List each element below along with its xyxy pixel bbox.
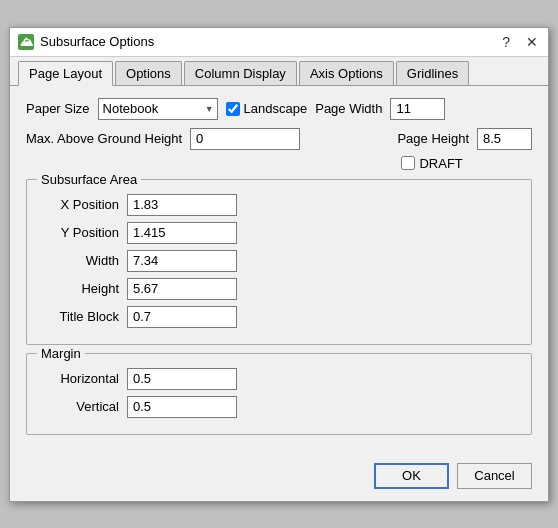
tab-column-display[interactable]: Column Display xyxy=(184,61,297,85)
title-bar-right: ? ✕ xyxy=(500,34,540,50)
height-input[interactable] xyxy=(127,278,237,300)
title-block-row: Title Block xyxy=(39,306,519,328)
height-label: Height xyxy=(39,281,119,296)
title-bar: ⛰ Subsurface Options ? ✕ xyxy=(10,28,548,57)
footer: OK Cancel xyxy=(10,455,548,501)
subsurface-area-group: Subsurface Area X Position Y Position Wi… xyxy=(26,179,532,345)
landscape-checkbox[interactable] xyxy=(226,102,240,116)
page-height-draft-area: Page Height DRAFT xyxy=(397,128,532,171)
app-icon: ⛰ xyxy=(18,34,34,50)
page-height-label: Page Height xyxy=(397,131,469,146)
draft-checkbox[interactable] xyxy=(401,156,415,170)
y-position-input[interactable] xyxy=(127,222,237,244)
help-button[interactable]: ? xyxy=(500,34,512,50)
subsurface-area-content: X Position Y Position Width Height Title xyxy=(39,194,519,328)
landscape-checkbox-label[interactable]: Landscape xyxy=(226,101,308,116)
vertical-row: Vertical xyxy=(39,396,519,418)
paper-size-label: Paper Size xyxy=(26,101,90,116)
paper-size-wrapper: Notebook xyxy=(98,98,218,120)
title-block-input[interactable] xyxy=(127,306,237,328)
margin-group: Margin Horizontal Vertical xyxy=(26,353,532,435)
cancel-button[interactable]: Cancel xyxy=(457,463,532,489)
subsurface-area-title: Subsurface Area xyxy=(37,172,141,187)
max-above-ground-input[interactable] xyxy=(190,128,300,150)
paper-size-row: Paper Size Notebook Landscape Page Width xyxy=(26,98,532,120)
vertical-input[interactable] xyxy=(127,396,237,418)
page-height-input[interactable] xyxy=(477,128,532,150)
height-row: Height xyxy=(39,278,519,300)
x-position-input[interactable] xyxy=(127,194,237,216)
draft-row: DRAFT xyxy=(397,156,462,171)
x-position-row: X Position xyxy=(39,194,519,216)
y-position-label: Y Position xyxy=(39,225,119,240)
y-position-row: Y Position xyxy=(39,222,519,244)
page-width-input[interactable] xyxy=(390,98,445,120)
content-area: Paper Size Notebook Landscape Page Width… xyxy=(10,86,548,455)
tab-bar: Page Layout Options Column Display Axis … xyxy=(10,57,548,86)
margin-title: Margin xyxy=(37,346,85,361)
x-position-label: X Position xyxy=(39,197,119,212)
horizontal-input[interactable] xyxy=(127,368,237,390)
max-ground-section: Max. Above Ground Height Page Height DRA… xyxy=(26,128,532,171)
page-height-row: Page Height xyxy=(397,128,532,150)
width-row: Width xyxy=(39,250,519,272)
ok-button[interactable]: OK xyxy=(374,463,449,489)
draft-label: DRAFT xyxy=(419,156,462,171)
title-bar-left: ⛰ Subsurface Options xyxy=(18,34,154,50)
landscape-label: Landscape xyxy=(244,101,308,116)
paper-size-select[interactable]: Notebook xyxy=(98,98,218,120)
close-button[interactable]: ✕ xyxy=(524,34,540,50)
horizontal-label: Horizontal xyxy=(39,371,119,386)
tab-options[interactable]: Options xyxy=(115,61,182,85)
tab-page-layout[interactable]: Page Layout xyxy=(18,61,113,86)
window-title: Subsurface Options xyxy=(40,34,154,49)
main-window: ⛰ Subsurface Options ? ✕ Page Layout Opt… xyxy=(9,27,549,502)
page-width-label: Page Width xyxy=(315,101,382,116)
max-ground-col: Max. Above Ground Height xyxy=(26,128,300,156)
draft-checkbox-label[interactable]: DRAFT xyxy=(401,156,462,171)
width-label: Width xyxy=(39,253,119,268)
vertical-label: Vertical xyxy=(39,399,119,414)
tab-gridlines[interactable]: Gridlines xyxy=(396,61,469,85)
horizontal-row: Horizontal xyxy=(39,368,519,390)
max-above-ground-label: Max. Above Ground Height xyxy=(26,131,182,146)
title-block-label: Title Block xyxy=(39,309,119,324)
margin-content: Horizontal Vertical xyxy=(39,368,519,418)
width-input[interactable] xyxy=(127,250,237,272)
tab-axis-options[interactable]: Axis Options xyxy=(299,61,394,85)
max-ground-row: Max. Above Ground Height xyxy=(26,128,300,150)
